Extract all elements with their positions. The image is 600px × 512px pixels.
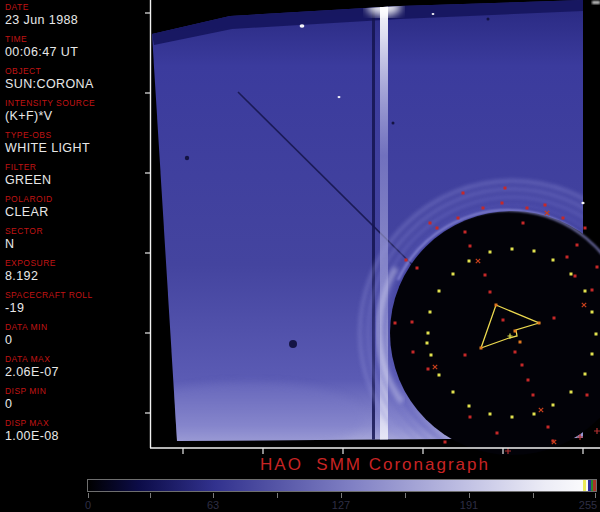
field-value: WHITE LIGHT (5, 142, 145, 155)
field-label: TYPE-OBS (5, 131, 145, 140)
field-date: DATE23 Jun 1988 (5, 3, 145, 26)
field-label: DATA MIN (5, 323, 145, 332)
colorbar-label: 255 (568, 499, 600, 511)
field-value: 0 (5, 334, 145, 347)
colorbar-tick (469, 493, 470, 498)
colorbar-tick (595, 493, 596, 498)
colorbar-tick (213, 493, 214, 498)
field-label: OBJECT (5, 67, 145, 76)
field-disp-max: DISP MAX1.00E-08 (5, 419, 145, 442)
field-label: POLAROID (5, 195, 145, 204)
field-value: GREEN (5, 174, 145, 187)
colorbar-label: 63 (193, 499, 233, 511)
field-polaroid: POLAROIDCLEAR (5, 195, 145, 218)
field-type-obs: TYPE-OBSWHITE LIGHT (5, 131, 145, 154)
colorbar-label: 0 (68, 499, 108, 511)
field-value: N (5, 238, 145, 251)
field-value: 00:06:47 UT (5, 46, 145, 59)
field-exposure: EXPOSURE8.192 (5, 259, 145, 282)
field-value: -19 (5, 302, 145, 315)
image-caption: HAO SMM Coronagraph (150, 455, 600, 475)
field-value: 0 (5, 398, 145, 411)
field-disp-min: DISP MIN0 (5, 387, 145, 410)
field-value: CLEAR (5, 206, 145, 219)
field-label: EXPOSURE (5, 259, 145, 268)
field-value: SUN:CORONA (5, 78, 145, 91)
field-label: DATA MAX (5, 355, 145, 364)
field-data-min: DATA MIN0 (5, 323, 145, 346)
colorbar-label: 191 (449, 499, 489, 511)
field-value: 23 Jun 1988 (5, 14, 145, 27)
colorbar-tick (150, 493, 151, 498)
field-value: 8.192 (5, 270, 145, 283)
intensity-colorbar: 0 63 127 191 255 (0, 474, 600, 512)
field-label: INTENSITY SOURCE (5, 99, 145, 108)
field-sector: SECTORN (5, 227, 145, 250)
caption-text: HAO SMM Coronagraph (260, 455, 490, 474)
corner-artifact (592, 1, 600, 4)
viewer-window: DATE23 Jun 1988 TIME00:06:47 UT OBJECTSU… (0, 0, 600, 512)
field-intensity-source: INTENSITY SOURCE(K+F)*V (5, 99, 145, 122)
field-object: OBJECTSUN:CORONA (5, 67, 145, 90)
colorbar-tick (341, 493, 342, 498)
colorbar-tick (88, 493, 89, 498)
field-value: 2.06E-07 (5, 366, 145, 379)
field-label: DISP MAX (5, 419, 145, 428)
field-spacecraft-roll: SPACECRAFT ROLL-19 (5, 291, 145, 314)
field-time: TIME00:06:47 UT (5, 35, 145, 58)
field-filter: FILTERGREEN (5, 163, 145, 186)
colorbar-marker-stripe (593, 480, 596, 491)
colorbar-gradient (87, 479, 597, 492)
metadata-sidebar: DATE23 Jun 1988 TIME00:06:47 UT OBJECTSU… (0, 0, 145, 456)
field-label: FILTER (5, 163, 145, 172)
field-label: TIME (5, 35, 145, 44)
field-label: DATE (5, 3, 145, 12)
colorbar-tick (405, 493, 406, 498)
colorbar-label: 127 (321, 499, 361, 511)
field-value: (K+F)*V (5, 110, 145, 123)
colorbar-tick (277, 493, 278, 498)
field-label: SECTOR (5, 227, 145, 236)
field-value: 1.00E-08 (5, 430, 145, 443)
field-label: SPACECRAFT ROLL (5, 291, 145, 300)
field-label: DISP MIN (5, 387, 145, 396)
colorbar-tick (533, 493, 534, 498)
field-data-max: DATA MAX2.06E-07 (5, 355, 145, 378)
